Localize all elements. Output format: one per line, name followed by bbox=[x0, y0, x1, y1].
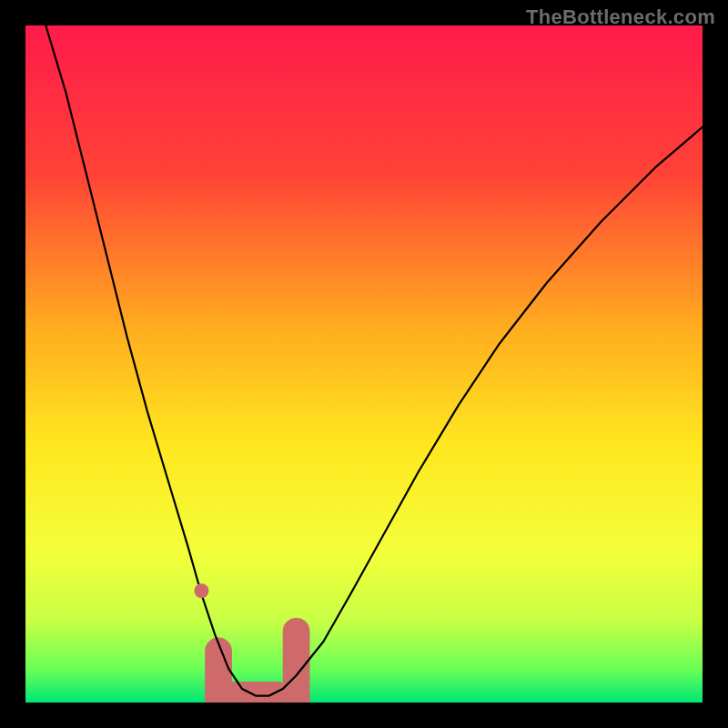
plot-area bbox=[25, 25, 703, 703]
watermark-label: TheBottleneck.com bbox=[526, 5, 715, 29]
dot-left bbox=[194, 583, 208, 598]
chart-svg bbox=[25, 25, 703, 703]
bar-floor bbox=[222, 682, 289, 703]
gradient-background bbox=[25, 25, 703, 703]
bar-right bbox=[283, 618, 310, 703]
outer-frame: TheBottleneck.com bbox=[0, 0, 728, 728]
markers-layer-over bbox=[194, 583, 208, 598]
